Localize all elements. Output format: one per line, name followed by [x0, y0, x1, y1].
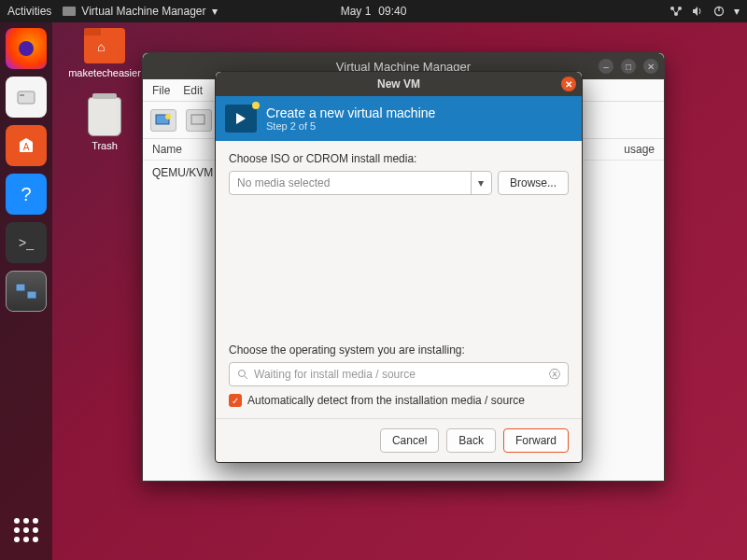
svg-rect-6 [18, 91, 35, 104]
volume-icon[interactable] [692, 6, 704, 17]
os-search-placeholder: Waiting for install media / source [254, 368, 416, 381]
dock-firefox[interactable] [6, 28, 47, 69]
dock-virt-manager[interactable] [6, 271, 47, 312]
menu-edit[interactable]: Edit [183, 84, 203, 97]
svg-rect-11 [27, 291, 36, 299]
newvm-header-title: Create a new virtual machine [266, 105, 435, 120]
newvm-step-label: Step 2 of 5 [266, 120, 435, 132]
autodetect-row[interactable]: ✓ Automatically detect from the installa… [229, 394, 569, 407]
new-vm-dialog: New VM ✕ Create a new virtual machine St… [215, 71, 583, 463]
chevron-down-icon: ▾ [212, 5, 218, 18]
os-search-input[interactable]: Waiting for install media / source ⓧ [229, 362, 569, 386]
maximize-button[interactable]: □ [621, 59, 636, 74]
newvm-footer: Cancel Back Forward [216, 418, 582, 462]
newvm-titlebar[interactable]: New VM ✕ [216, 72, 582, 96]
dock-files[interactable] [6, 77, 47, 118]
newvm-title-label: New VM [377, 77, 420, 91]
autodetect-label: Automatically detect from the installati… [247, 394, 525, 407]
column-usage[interactable]: usage [624, 143, 655, 156]
forward-button[interactable]: Forward [503, 428, 569, 453]
app-menu-label: Virtual Machine Manager [81, 5, 205, 18]
close-button[interactable]: ✕ [643, 59, 658, 74]
browse-button[interactable]: Browse... [498, 171, 569, 195]
monitor-play-icon [225, 105, 257, 133]
svg-line-16 [245, 376, 247, 379]
svg-rect-14 [191, 115, 204, 124]
svg-point-5 [19, 41, 34, 56]
chevron-down-icon[interactable]: ▾ [471, 172, 491, 194]
top-panel: Activities Virtual Machine Manager ▾ May… [0, 0, 747, 22]
dock-help[interactable]: ? [6, 174, 47, 215]
open-vm-toolbar-button[interactable] [186, 109, 212, 132]
media-placeholder: No media selected [237, 176, 330, 189]
svg-point-13 [165, 114, 171, 119]
desktop-folder-maketecheasier[interactable]: ⌂ maketecheasier [67, 28, 142, 78]
search-icon [237, 369, 248, 380]
power-icon[interactable] [713, 6, 725, 17]
trash-icon [88, 97, 121, 136]
close-button[interactable]: ✕ [561, 77, 576, 91]
minimize-button[interactable]: – [599, 59, 613, 74]
newvm-header: Create a new virtual machine Step 2 of 5 [216, 96, 582, 141]
folder-icon: ⌂ [84, 28, 125, 63]
time-label: 09:40 [378, 5, 406, 18]
show-applications[interactable] [6, 510, 47, 551]
vmm-indicator-icon [63, 7, 76, 16]
date-label: May 1 [341, 5, 372, 18]
svg-text:A: A [23, 142, 30, 152]
svg-rect-7 [20, 94, 24, 96]
trash-label: Trash [67, 140, 142, 151]
new-vm-toolbar-button[interactable] [150, 109, 176, 132]
home-icon: ⌂ [97, 39, 105, 54]
media-label: Choose ISO or CDROM install media: [229, 152, 569, 165]
activities-button[interactable]: Activities [7, 5, 51, 18]
cancel-button[interactable]: Cancel [380, 428, 439, 453]
svg-rect-10 [16, 284, 25, 291]
os-label: Choose the operating system you are inst… [229, 343, 569, 357]
media-combobox[interactable]: No media selected ▾ [229, 171, 492, 195]
dock-software-center[interactable]: A [6, 125, 47, 166]
svg-point-15 [239, 371, 246, 377]
dock-terminal[interactable]: >_ [6, 222, 47, 263]
clock[interactable]: May 1 09:40 [341, 5, 407, 18]
chevron-down-icon[interactable]: ▾ [734, 5, 740, 18]
back-button[interactable]: Back [446, 428, 496, 453]
dock: A ? >_ [0, 22, 52, 560]
folder-label: maketecheasier [67, 67, 142, 78]
desktop-trash[interactable]: Trash [67, 97, 142, 151]
app-menu[interactable]: Virtual Machine Manager ▾ [63, 5, 217, 18]
menu-file[interactable]: File [152, 84, 170, 97]
clear-icon[interactable]: ⓧ [549, 367, 560, 383]
network-icon[interactable] [669, 6, 683, 17]
autodetect-checkbox[interactable]: ✓ [229, 394, 242, 407]
